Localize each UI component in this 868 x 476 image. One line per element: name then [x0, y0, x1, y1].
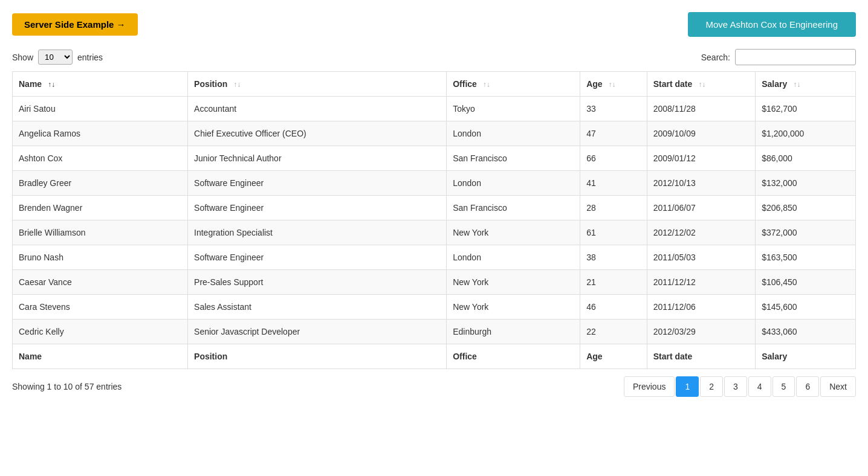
show-label: Show — [12, 53, 33, 62]
table-row: Bruno NashSoftware EngineerLondon382011/… — [13, 245, 856, 270]
cell-salary: $86,000 — [756, 146, 856, 171]
search-input[interactable] — [735, 49, 856, 65]
sort-icon-position: ↑↓ — [233, 80, 241, 89]
col-header-office[interactable]: Office ↑↓ — [447, 72, 580, 97]
pagination-page-5[interactable]: 5 — [772, 376, 795, 397]
cell-start_date: 2009/01/12 — [647, 146, 756, 171]
col-header-name[interactable]: Name ↑↓ — [13, 72, 188, 97]
cell-office: London — [447, 171, 580, 196]
col-header-age[interactable]: Age ↑↓ — [580, 72, 647, 97]
data-table: Name ↑↓ Position ↑↓ Office ↑↓ Age ↑↓ Sta… — [12, 71, 856, 369]
table-row: Airi SatouAccountantTokyo332008/11/28$16… — [13, 97, 856, 121]
cell-age: 61 — [580, 220, 647, 245]
entries-select[interactable]: 10 25 50 100 — [38, 50, 73, 65]
footer-bar: Showing 1 to 10 of 57 entries Previous 1… — [12, 376, 856, 397]
cell-name: Brielle Williamson — [13, 220, 188, 245]
cell-age: 47 — [580, 121, 647, 146]
sort-icon-startdate: ↑↓ — [698, 80, 705, 89]
cell-office: San Francisco — [447, 196, 580, 220]
table-header: Name ↑↓ Position ↑↓ Office ↑↓ Age ↑↓ Sta… — [13, 72, 856, 97]
cell-office: Edinburgh — [447, 320, 580, 344]
cell-name: Bruno Nash — [13, 245, 188, 270]
table-row: Brenden WagnerSoftware EngineerSan Franc… — [13, 196, 856, 220]
table-controls: Show 10 25 50 100 entries Search: — [12, 49, 856, 65]
cell-age: 33 — [580, 97, 647, 121]
cell-position: Pre-Sales Support — [188, 270, 447, 295]
sort-icon-salary: ↑↓ — [793, 80, 800, 89]
cell-salary: $132,000 — [756, 171, 856, 196]
cell-salary: $433,060 — [756, 320, 856, 344]
pagination: Previous 1 2 3 4 5 6 Next — [624, 376, 856, 397]
table-body: Airi SatouAccountantTokyo332008/11/28$16… — [13, 97, 856, 344]
cell-position: Senior Javascript Developer — [188, 320, 447, 344]
col-header-salary[interactable]: Salary ↑↓ — [756, 72, 856, 97]
cell-name: Caesar Vance — [13, 270, 188, 295]
cell-office: New York — [447, 220, 580, 245]
search-box: Search: — [701, 49, 856, 65]
cell-position: Software Engineer — [188, 171, 447, 196]
cell-position: Chief Executive Officer (CEO) — [188, 121, 447, 146]
footer-col-office: Office — [447, 344, 580, 369]
cell-office: Tokyo — [447, 97, 580, 121]
cell-salary: $1,200,000 — [756, 121, 856, 146]
footer-col-name: Name — [13, 344, 188, 369]
cell-age: 38 — [580, 245, 647, 270]
table-row: Caesar VancePre-Sales SupportNew York212… — [13, 270, 856, 295]
sort-icon-office: ↑↓ — [483, 80, 490, 89]
cell-office: New York — [447, 270, 580, 295]
cell-office: San Francisco — [447, 146, 580, 171]
cell-salary: $106,450 — [756, 270, 856, 295]
col-header-startdate[interactable]: Start date ↑↓ — [647, 72, 756, 97]
server-side-button[interactable]: Server Side Example → — [12, 13, 138, 36]
pagination-next[interactable]: Next — [820, 376, 856, 397]
search-label: Search: — [701, 53, 730, 62]
cell-name: Angelica Ramos — [13, 121, 188, 146]
pagination-page-4[interactable]: 4 — [748, 376, 771, 397]
showing-text: Showing 1 to 10 of 57 entries — [12, 382, 121, 391]
cell-name: Ashton Cox — [13, 146, 188, 171]
pagination-page-3[interactable]: 3 — [724, 376, 747, 397]
move-ashton-cox-button[interactable]: Move Ashton Cox to Engineering — [688, 12, 856, 37]
cell-name: Airi Satou — [13, 97, 188, 121]
cell-name: Cara Stevens — [13, 295, 188, 320]
cell-name: Brenden Wagner — [13, 196, 188, 220]
cell-position: Junior Technical Author — [188, 146, 447, 171]
table-row: Cedric KellySenior Javascript DeveloperE… — [13, 320, 856, 344]
cell-age: 22 — [580, 320, 647, 344]
cell-salary: $163,500 — [756, 245, 856, 270]
cell-start_date: 2011/12/06 — [647, 295, 756, 320]
table-row: Ashton CoxJunior Technical AuthorSan Fra… — [13, 146, 856, 171]
pagination-page-2[interactable]: 2 — [700, 376, 723, 397]
cell-office: London — [447, 245, 580, 270]
pagination-page-1[interactable]: 1 — [676, 376, 699, 397]
cell-salary: $372,000 — [756, 220, 856, 245]
sort-icon-age: ↑↓ — [609, 80, 616, 89]
cell-position: Software Engineer — [188, 245, 447, 270]
cell-age: 66 — [580, 146, 647, 171]
table-footer-cols: Name Position Office Age Start date Sala… — [13, 344, 856, 369]
table-row: Cara StevensSales AssistantNew York46201… — [13, 295, 856, 320]
footer-col-salary: Salary — [756, 344, 856, 369]
footer-col-age: Age — [580, 344, 647, 369]
cell-position: Software Engineer — [188, 196, 447, 220]
cell-age: 21 — [580, 270, 647, 295]
sort-icon-name: ↑↓ — [48, 80, 55, 89]
cell-age: 46 — [580, 295, 647, 320]
cell-start_date: 2012/03/29 — [647, 320, 756, 344]
cell-age: 28 — [580, 196, 647, 220]
cell-salary: $162,700 — [756, 97, 856, 121]
top-bar: Server Side Example → Move Ashton Cox to… — [12, 12, 856, 37]
cell-name: Cedric Kelly — [13, 320, 188, 344]
cell-start_date: 2012/12/02 — [647, 220, 756, 245]
cell-position: Sales Assistant — [188, 295, 447, 320]
table-row: Brielle WilliamsonIntegration Specialist… — [13, 220, 856, 245]
cell-salary: $206,850 — [756, 196, 856, 220]
pagination-previous[interactable]: Previous — [624, 376, 675, 397]
cell-start_date: 2011/05/03 — [647, 245, 756, 270]
col-header-position[interactable]: Position ↑↓ — [188, 72, 447, 97]
cell-office: London — [447, 121, 580, 146]
cell-start_date: 2009/10/09 — [647, 121, 756, 146]
pagination-page-6[interactable]: 6 — [796, 376, 819, 397]
footer-col-position: Position — [188, 344, 447, 369]
cell-start_date: 2008/11/28 — [647, 97, 756, 121]
